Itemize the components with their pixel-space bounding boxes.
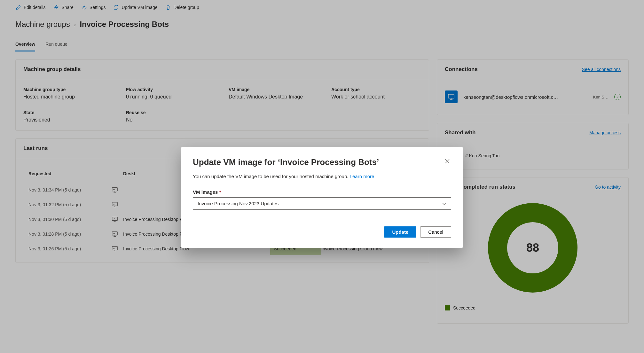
learn-more-link[interactable]: Learn more (350, 174, 374, 179)
modal-title: Update VM image for ‘Invoice Processing … (193, 157, 379, 167)
vm-images-selected-value: Invoice Processing Nov.2023 Updates (198, 201, 279, 206)
cancel-button[interactable]: Cancel (420, 226, 451, 238)
modal-description: You can update the VM image to be used f… (193, 174, 451, 179)
chevron-down-icon (442, 201, 446, 206)
update-button[interactable]: Update (384, 226, 416, 238)
modal-overlay[interactable]: Update VM image for ‘Invoice Processing … (0, 0, 644, 353)
vm-images-select[interactable]: Invoice Processing Nov.2023 Updates (193, 197, 451, 210)
update-vm-modal: Update VM image for ‘Invoice Processing … (181, 147, 463, 248)
vm-images-label: VM images * (193, 189, 451, 195)
close-icon (445, 159, 450, 164)
modal-close-button[interactable] (444, 157, 451, 167)
